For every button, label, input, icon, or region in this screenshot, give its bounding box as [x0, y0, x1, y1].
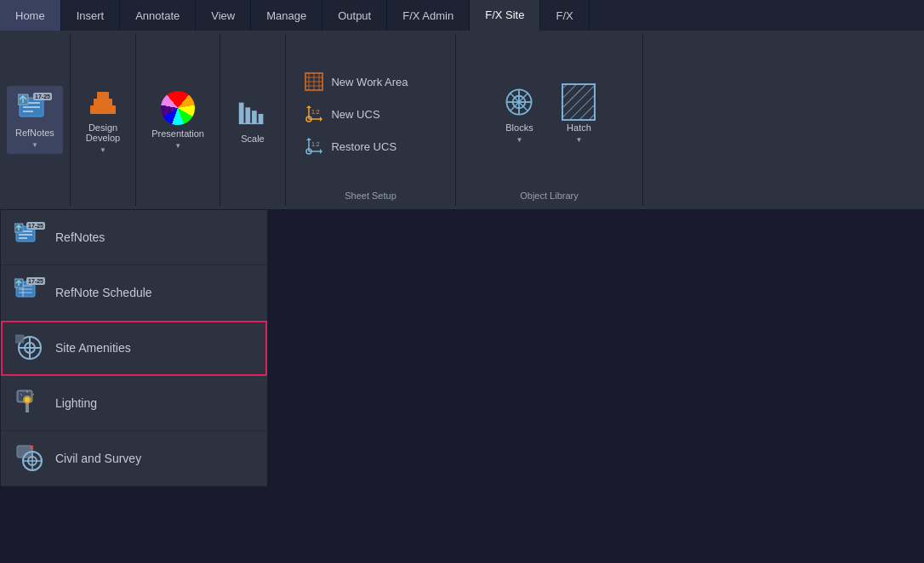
- presentation-label: Presentation: [151, 128, 204, 139]
- dropdown-site-amenities-label: Site Amenities: [55, 341, 131, 355]
- dropdown-lighting-label: Lighting: [55, 396, 97, 410]
- refnotes-group-items: 17-25 RefNotes ▼: [7, 37, 63, 202]
- refnotes-button[interactable]: 17-25 RefNotes ▼: [7, 86, 63, 154]
- restore-ucs-label: Restore UCS: [331, 140, 396, 153]
- dropdown-item-schedule[interactable]: 17-25 RefNote Schedule: [1, 265, 267, 321]
- tab-fx-site[interactable]: F/X Site: [470, 0, 540, 31]
- scale-group: Scale: [220, 34, 286, 206]
- dropdown-civil-survey-label: Civil and Survey: [55, 452, 141, 465]
- refnotes-dropdown-arrow: ▼: [31, 141, 38, 149]
- dropdown-item-civil-survey[interactable]: Civil and Survey: [1, 431, 267, 486]
- hatch-button[interactable]: Hatch ▼: [553, 80, 604, 148]
- new-work-area-label: New Work Area: [331, 76, 408, 88]
- tab-row: Home Insert Annotate View Manage Output …: [0, 0, 924, 31]
- scale-button[interactable]: Scale: [227, 86, 278, 154]
- ribbon: Home Insert Annotate View Manage Output …: [0, 0, 924, 209]
- svg-rect-7: [239, 103, 244, 124]
- new-ucs-icon: 1:2: [304, 104, 324, 124]
- tab-annotate[interactable]: Annotate: [120, 0, 196, 31]
- new-work-area-icon: [304, 71, 324, 92]
- hatch-arrow: ▼: [576, 136, 583, 144]
- blocks-label: Blocks: [505, 122, 533, 133]
- sheet-setup-label: Sheet Setup: [293, 191, 448, 202]
- tab-view[interactable]: View: [196, 0, 251, 31]
- restore-ucs-button[interactable]: 1:2 Restore UCS: [294, 132, 447, 161]
- design-develop-icon: [86, 87, 120, 119]
- svg-marker-28: [320, 149, 322, 154]
- ribbon-content: 17-25 RefNotes ▼: [0, 31, 924, 209]
- blocks-arrow: ▼: [516, 136, 523, 144]
- dropdown-item-site-amenities[interactable]: Site Amenities: [1, 321, 267, 376]
- svg-rect-52: [15, 335, 24, 343]
- tab-output[interactable]: Output: [322, 0, 387, 31]
- object-library-group: Blocks ▼: [456, 34, 643, 206]
- svg-rect-10: [259, 114, 264, 123]
- sheet-setup-group: New Work Area 1:2 New UCS: [286, 34, 456, 206]
- new-ucs-label: New UCS: [331, 108, 379, 121]
- presentation-button[interactable]: Presentation ▼: [143, 86, 213, 154]
- blocks-icon: [502, 85, 536, 119]
- refnotes-dropdown-menu: 17-25 RefNotes 17-25 RefNote Sch: [0, 209, 268, 487]
- svg-text:1:2: 1:2: [311, 109, 320, 115]
- svg-marker-29: [306, 138, 311, 140]
- blocks-button[interactable]: Blocks ▼: [493, 80, 545, 148]
- civil-survey-item-icon: [14, 443, 45, 474]
- schedule-item-icon: 17-25: [14, 277, 45, 308]
- svg-rect-8: [245, 107, 250, 123]
- presentation-group: Presentation ▼: [136, 34, 220, 206]
- hatch-icon: [562, 85, 596, 119]
- tab-fx-admin[interactable]: F/X Admin: [387, 0, 470, 31]
- new-ucs-button[interactable]: 1:2 New UCS: [294, 100, 447, 128]
- refnote-item-icon: 17-25: [14, 222, 45, 253]
- dropdown-item-refnotes[interactable]: 17-25 RefNotes: [1, 210, 267, 265]
- tab-manage[interactable]: Manage: [251, 0, 322, 31]
- tab-fx[interactable]: F/X: [540, 0, 589, 31]
- presentation-icon: [161, 91, 195, 125]
- tab-insert[interactable]: Insert: [61, 0, 121, 31]
- refnotes-icon: 17-25: [18, 91, 52, 124]
- hatch-label: Hatch: [567, 122, 591, 133]
- dropdown-schedule-label: RefNote Schedule: [55, 286, 152, 299]
- presentation-arrow: ▼: [174, 142, 181, 150]
- svg-marker-23: [306, 105, 311, 108]
- restore-ucs-icon: 1:2: [304, 136, 324, 156]
- design-develop-label: Design Develop: [86, 122, 120, 143]
- svg-point-57: [25, 397, 30, 402]
- svg-marker-22: [320, 117, 322, 122]
- design-develop-button[interactable]: Design Develop ▼: [77, 86, 128, 154]
- svg-rect-6: [97, 92, 109, 100]
- lighting-item-icon: [14, 388, 45, 418]
- dropdown-item-lighting[interactable]: Lighting: [1, 376, 267, 431]
- scale-icon: [236, 96, 270, 130]
- dropdown-refnotes-label: RefNotes: [55, 230, 105, 244]
- svg-text:1:2: 1:2: [311, 141, 320, 147]
- design-develop-arrow: ▼: [100, 146, 106, 154]
- refnotes-label: RefNotes: [15, 128, 54, 138]
- design-develop-group: Design Develop ▼: [71, 34, 136, 206]
- tab-home[interactable]: Home: [0, 0, 61, 31]
- svg-rect-38: [562, 83, 596, 121]
- scale-label: Scale: [241, 134, 265, 144]
- new-work-area-button[interactable]: New Work Area: [294, 67, 447, 96]
- site-amenities-item-icon: [14, 333, 45, 363]
- refnotes-group: 17-25 RefNotes ▼: [0, 34, 71, 206]
- svg-rect-9: [252, 111, 257, 123]
- object-library-label: Object Library: [463, 191, 636, 202]
